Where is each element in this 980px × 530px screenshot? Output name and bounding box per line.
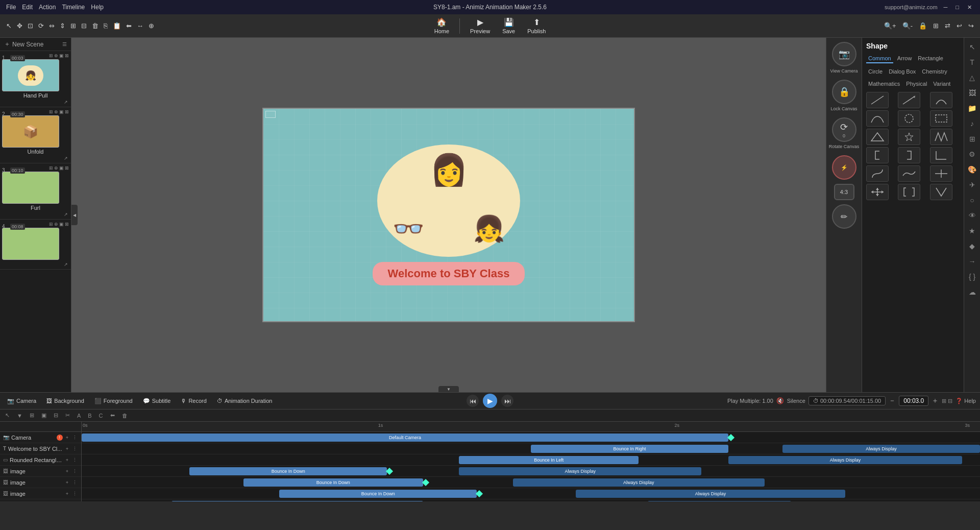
scene-2-icon-a[interactable]: ⊞ (49, 109, 53, 114)
shape-arrows[interactable] (866, 184, 889, 200)
zoom-out-button[interactable]: 🔍- (900, 21, 915, 31)
panel-icon-settings[interactable]: ⚙ (967, 148, 977, 160)
home-button[interactable]: 🏠 Home (430, 16, 453, 35)
select-button[interactable]: ↖ (4, 21, 14, 31)
tl-tool-b[interactable]: B (86, 412, 93, 420)
menu-action[interactable]: Action (39, 4, 56, 11)
edit-icon-button[interactable]: ✏ (832, 204, 856, 229)
scene-2-icon-c[interactable]: ▣ (59, 109, 64, 114)
shape-triangle[interactable] (866, 129, 889, 145)
tl-image-1-add[interactable]: + (65, 468, 69, 474)
rewind-button[interactable]: ⏮ (467, 395, 479, 407)
flip-v-button[interactable]: ⇕ (58, 21, 67, 31)
tl-tool-align[interactable]: ⬅ (108, 411, 117, 420)
scene-list-icon[interactable]: ☰ (62, 41, 67, 47)
scene-item-3[interactable]: 3 00:10 ⊞ ⊕ ▣ ⊠ Furl ↗ (0, 163, 71, 220)
tl-image-3-menu[interactable]: ⋮ (71, 491, 78, 497)
tl-image-1-menu[interactable]: ⋮ (71, 468, 78, 474)
tl-tool-cut[interactable]: ✂ (63, 411, 72, 420)
shape-line-1[interactable] (866, 92, 889, 108)
tl-tool-c[interactable]: C (97, 412, 105, 420)
rotate-canvas-button[interactable]: ⟳ 0 (832, 117, 856, 142)
shape-arc-1[interactable] (930, 92, 952, 108)
panel-icon-plane[interactable]: ✈ (967, 179, 977, 191)
panel-icon-circle[interactable]: ○ (968, 194, 976, 206)
scene-1-icon-a[interactable]: ⊞ (49, 53, 53, 58)
close-button[interactable]: ✕ (965, 4, 974, 11)
shape-cross[interactable] (930, 165, 952, 182)
panel-icon-star[interactable]: ★ (967, 225, 977, 237)
scene-1-icon-b[interactable]: ⊕ (54, 53, 58, 58)
minimize-button[interactable]: ─ (942, 4, 950, 10)
tab-variant[interactable]: Variant (931, 80, 952, 88)
tl-rect-menu[interactable]: ⋮ (71, 457, 78, 463)
tl-tool-split[interactable]: ⊟ (52, 411, 60, 420)
aspect-ratio-button[interactable]: 4:3 (834, 184, 854, 200)
tab-dialog-box[interactable]: Dialog Box (887, 67, 918, 76)
shape-bracket-l[interactable] (866, 147, 889, 163)
tl-rect-add[interactable]: + (65, 457, 69, 463)
new-scene-button[interactable]: ＋ New Scene ☰ (0, 38, 71, 51)
tab-common[interactable]: Common (866, 54, 893, 63)
tl-text-menu[interactable]: ⋮ (71, 446, 78, 452)
forward-button[interactable]: ⏭ (501, 395, 513, 407)
tl-tool-group[interactable]: ▣ (39, 411, 48, 420)
crop-button[interactable]: ⊡ (26, 21, 35, 31)
scene-3-icon-b[interactable]: ⊕ (54, 165, 58, 171)
tl-diamond-img2[interactable] (422, 479, 429, 486)
tl-diamond-img3[interactable] (476, 490, 483, 497)
panel-icon-image[interactable]: 🖼 (967, 87, 978, 99)
shape-bracket-r[interactable] (898, 147, 920, 163)
menu-timeline[interactable]: Timeline (62, 4, 85, 11)
scene-4-icon-a[interactable]: ⊞ (49, 222, 53, 227)
tl-tool-add[interactable]: ⊞ (28, 411, 36, 420)
shape-curve-1[interactable] (866, 110, 889, 127)
scene-4-icon-c[interactable]: ▣ (59, 222, 64, 227)
delete-button[interactable]: 🗑 (90, 21, 101, 31)
tl-tool-select[interactable]: ↖ (3, 411, 12, 420)
help-button[interactable]: ❓ Help (955, 398, 976, 404)
scene-2-icon-d[interactable]: ⊠ (65, 109, 69, 114)
shape-angle[interactable] (930, 184, 952, 200)
panel-icon-shape[interactable]: △ (967, 71, 977, 84)
flip-h-button[interactable]: ⇔ (47, 21, 57, 31)
view-camera-button[interactable]: 📷 (832, 42, 856, 66)
distribute-button[interactable]: ↔ (135, 21, 145, 31)
shape-wave[interactable] (898, 165, 920, 182)
menu-edit[interactable]: Edit (22, 4, 33, 11)
tab-rectangle[interactable]: Rectangle (916, 54, 945, 63)
tl-image-2-add[interactable]: + (65, 479, 69, 486)
lock-canvas-button[interactable]: 🔒 (832, 80, 856, 104)
scene-1-icon-d[interactable]: ⊠ (65, 53, 69, 58)
tab-arrow[interactable]: Arrow (895, 54, 914, 63)
panel-icon-eye[interactable]: 👁 (967, 209, 978, 222)
publish-button[interactable]: ⬆ Publish (523, 16, 550, 35)
tl-camera-add[interactable]: + (65, 435, 69, 441)
rotate-button[interactable]: ⟳ (36, 21, 46, 31)
preview-button[interactable]: ▶ Preview (466, 16, 494, 35)
tl-tool-filter[interactable]: ▼ (15, 412, 24, 420)
tl-image-2-menu[interactable]: ⋮ (71, 479, 78, 486)
shape-double-bracket[interactable] (898, 184, 920, 200)
tl-diamond-img1[interactable] (386, 468, 393, 475)
menu-file[interactable]: File (6, 4, 16, 11)
save-button[interactable]: 💾 Save (498, 16, 519, 35)
scene-1-icon-c[interactable]: ▣ (59, 53, 64, 58)
panel-icon-text[interactable]: T (968, 56, 976, 68)
duration-plus[interactable]: ＋ (932, 396, 939, 405)
ungroup-button[interactable]: ⊟ (79, 21, 89, 31)
left-collapse-button[interactable]: ◀ (71, 205, 78, 225)
shape-line-2[interactable] (898, 92, 920, 108)
tl-tool-trash[interactable]: 🗑 (120, 412, 130, 420)
subtitle-tab-button[interactable]: 💬 Subtitle (140, 397, 174, 405)
shape-corner[interactable] (930, 147, 952, 163)
scene-3-icon-d[interactable]: ⊠ (65, 165, 69, 171)
zoom-in-button[interactable]: 🔍+ (882, 21, 898, 31)
tl-camera-menu[interactable]: ⋮ (71, 435, 78, 441)
paste-button[interactable]: 📋 (111, 21, 123, 31)
background-tab-button[interactable]: 🖼 Background (43, 397, 87, 405)
scene-4-icon-b[interactable]: ⊕ (54, 222, 58, 227)
tl-tool-a[interactable]: A (75, 412, 83, 420)
panel-icon-diamond[interactable]: ◆ (967, 240, 977, 252)
duration-minus[interactable]: － (889, 396, 896, 405)
